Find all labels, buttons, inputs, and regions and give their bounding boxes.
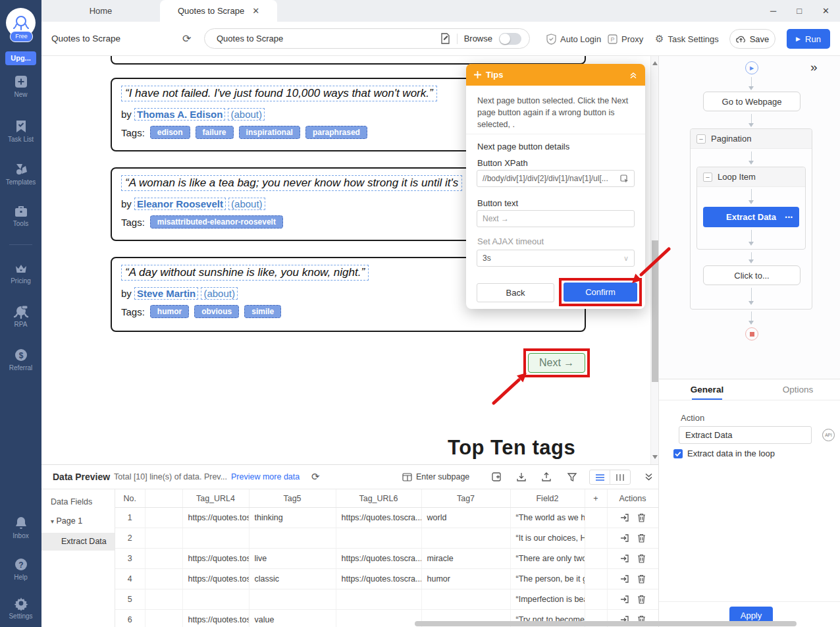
open-row-icon[interactable] xyxy=(620,513,629,522)
action-name-input[interactable]: Extract Data xyxy=(679,426,812,444)
collapse-up-icon[interactable] xyxy=(629,71,637,79)
table-cell[interactable]: “Imperfection is bea.. xyxy=(510,589,585,610)
sidebar-item-pricing[interactable]: Pricing xyxy=(0,262,41,285)
add-column-header[interactable]: + xyxy=(585,489,607,508)
column-header[interactable]: No. xyxy=(115,489,145,508)
sidebar-item-rpa[interactable]: RPA xyxy=(0,304,41,328)
table-cell[interactable] xyxy=(182,528,249,549)
insert-field-icon[interactable] xyxy=(491,465,502,489)
table-cell[interactable] xyxy=(336,610,421,627)
minimize-button[interactable]: ─ xyxy=(770,6,776,16)
tab-general[interactable]: General xyxy=(685,379,729,400)
tag-pill[interactable]: paraphrased xyxy=(305,126,367,139)
vertical-view-icon[interactable] xyxy=(610,470,630,484)
horizontal-view-icon[interactable] xyxy=(590,470,610,484)
extract-in-loop-checkbox[interactable]: Extract data in the loop xyxy=(673,449,775,458)
quote-author[interactable]: Eleanor Roosevelt xyxy=(134,198,226,210)
tab-options[interactable]: Options xyxy=(776,379,820,400)
sidebar-item-settings[interactable]: Settings xyxy=(0,596,41,620)
sidebar-item-templates[interactable]: Templates xyxy=(0,162,41,186)
column-header[interactable]: Field2 xyxy=(510,489,585,508)
auto-login-button[interactable]: Auto Login xyxy=(546,22,601,56)
sidebar-item-referral[interactable]: $ Referral xyxy=(0,348,41,371)
delete-row-icon[interactable] xyxy=(637,533,646,543)
column-header[interactable]: Tag7 xyxy=(421,489,510,508)
table-cell[interactable]: value xyxy=(249,610,336,627)
column-header[interactable]: Tag5 xyxy=(249,489,336,508)
table-cell[interactable]: https://quotes.toscra... xyxy=(336,508,421,528)
more-options-icon[interactable]: ••• xyxy=(785,214,793,221)
ajax-timeout-select[interactable]: 3s ∨ xyxy=(477,250,635,267)
url-input[interactable]: Quotes to Scrape Browse xyxy=(204,28,530,49)
refresh-preview-icon[interactable]: ⟳ xyxy=(311,465,320,489)
table-cell[interactable]: world xyxy=(421,508,510,528)
table-cell[interactable]: classic xyxy=(249,569,336,589)
quote-text[interactable]: “A day without sunshine is like, you kno… xyxy=(121,265,369,281)
table-cell[interactable]: https://quotes.toscra... xyxy=(182,610,249,627)
table-cell[interactable] xyxy=(336,528,421,549)
step-click-to[interactable]: Click to... xyxy=(703,265,801,285)
horizontal-scrollbar-thumb[interactable] xyxy=(415,621,797,626)
preview-more-data-link[interactable]: Preview more data xyxy=(231,465,300,489)
save-button[interactable]: Save xyxy=(729,29,775,49)
table-cell[interactable]: humor xyxy=(421,569,510,589)
table-cell[interactable] xyxy=(336,589,421,610)
scroll-down-arrow[interactable] xyxy=(652,455,658,462)
open-row-icon[interactable] xyxy=(620,595,629,604)
quote-author[interactable]: Steve Martin xyxy=(134,287,198,300)
step-extract-data[interactable]: Extract Data ••• xyxy=(703,207,799,227)
table-cell[interactable]: miracle xyxy=(421,549,510,569)
close-tab-icon[interactable]: ✕ xyxy=(252,6,259,16)
workflow-end-icon[interactable] xyxy=(745,327,758,341)
proxy-button[interactable]: P Proxy xyxy=(608,22,643,56)
back-button[interactable]: Back xyxy=(477,283,554,302)
table-cell[interactable]: “It is our choices, Ha.. xyxy=(510,528,585,549)
tag-pill[interactable]: humor xyxy=(150,305,189,318)
element-picker-icon[interactable] xyxy=(620,175,629,183)
run-button[interactable]: ▶ Run xyxy=(787,29,830,49)
table-cell[interactable]: https://quotes.toscra... xyxy=(336,569,421,589)
tab-quotes-to-scrape[interactable]: Quotes to Scrape ✕ xyxy=(160,0,277,22)
scroll-up-arrow[interactable] xyxy=(652,59,658,65)
delete-row-icon[interactable] xyxy=(637,513,646,522)
tag-pill[interactable]: inspirational xyxy=(239,126,300,139)
column-header[interactable]: Tag_URL6 xyxy=(336,489,421,508)
collapse-minus-icon[interactable]: − xyxy=(703,173,712,182)
tag-pill[interactable]: edison xyxy=(150,126,190,139)
next-page-button[interactable]: Next → xyxy=(528,353,585,373)
xpath-input[interactable]: //body/div[1]/div[2]/div[1]/nav[1]/ul[..… xyxy=(477,170,635,187)
filter-icon[interactable] xyxy=(567,465,577,489)
tag-pill[interactable]: obvious xyxy=(194,305,239,318)
collapse-minus-icon[interactable]: − xyxy=(696,134,706,144)
edit-document-icon[interactable] xyxy=(440,33,450,44)
refresh-icon[interactable]: ⟳ xyxy=(182,22,191,56)
quote-text[interactable]: “A woman is like a tea bag; you never kn… xyxy=(121,175,462,191)
sidebar-item-help[interactable]: ? Help xyxy=(0,557,41,581)
tag-pill[interactable]: simile xyxy=(244,305,281,318)
tab-home[interactable]: Home xyxy=(41,0,160,22)
close-button[interactable]: ✕ xyxy=(822,6,829,16)
enter-subpage-button[interactable]: Enter subpage xyxy=(402,465,469,489)
task-settings-button[interactable]: ⚙ Task Settings xyxy=(655,22,719,56)
about-link[interactable]: (about) xyxy=(228,108,265,121)
collapse-panel-icon[interactable]: » xyxy=(810,60,818,74)
button-text-input[interactable]: Next → xyxy=(477,210,635,227)
table-cell[interactable]: https://quotes.toscra... xyxy=(182,549,249,569)
table-cell[interactable]: “The world as we ha.. xyxy=(510,508,585,528)
caret-down-icon[interactable]: ▾ xyxy=(51,518,54,525)
sidebar-item-inbox[interactable]: Inbox xyxy=(0,516,41,539)
delete-row-icon[interactable] xyxy=(637,554,646,563)
table-cell[interactable]: https://quotes.toscra... xyxy=(336,549,421,569)
table-cell[interactable] xyxy=(182,589,249,610)
table-cell[interactable]: “There are only two .. xyxy=(510,549,585,569)
about-link[interactable]: (about) xyxy=(228,198,265,210)
export-icon[interactable] xyxy=(541,465,552,489)
table-cell[interactable] xyxy=(421,528,510,549)
collapse-preview-icon[interactable] xyxy=(644,465,653,489)
column-header[interactable]: Tag_URL4 xyxy=(182,489,249,508)
browser-scrollbar[interactable] xyxy=(650,56,658,464)
table-cell[interactable]: live xyxy=(249,549,336,569)
sidebar-item-tools[interactable]: Tools xyxy=(0,205,41,227)
table-cell[interactable] xyxy=(421,589,510,610)
upgrade-button[interactable]: Upg... xyxy=(5,51,36,65)
